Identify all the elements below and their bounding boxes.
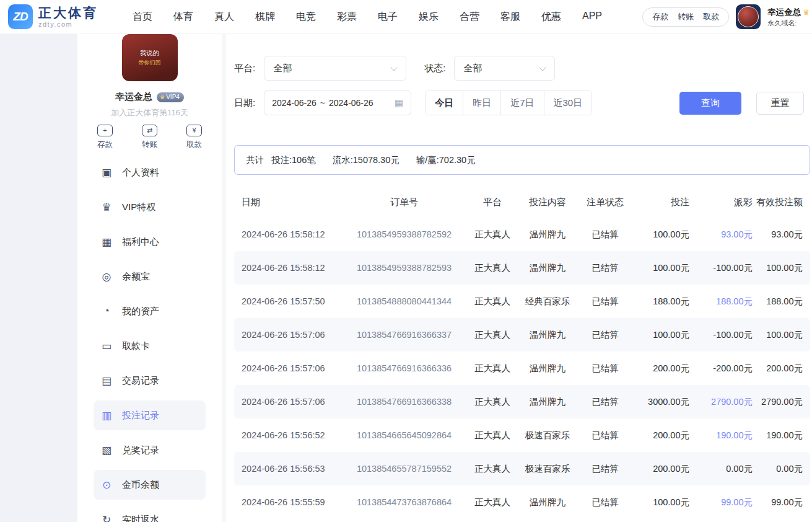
quick-action-label: 转账 [142,139,157,150]
cell-bet: 200.00元 [632,463,689,475]
filter-row-2: 日期: 2024-06-26~2024-06-26 ▦ 今日昨日近7日近30日 … [234,91,810,115]
calendar-icon[interactable]: ▦ [395,97,403,108]
status-select[interactable]: 全部 [454,56,555,81]
nav-item-12[interactable]: APP [582,11,602,24]
sidebar-item-4[interactable]: ◎余额宝 [94,262,206,291]
cell-bet: 100.00元 [632,329,689,341]
quick-action-1[interactable]: +存款 [97,125,113,150]
cell-payout: 99.00元 [689,497,753,508]
avatar-caption: 带你们回 [139,59,161,67]
nav-item-1[interactable]: 首页 [133,11,152,24]
user-avatar-small [738,6,759,27]
cell-payout: -100.00元 [689,262,753,274]
sidebar-item-8[interactable]: ▥投注记录 [94,400,206,430]
cell-valid: 93.00元 [753,229,810,241]
cell-order: 1013854766916366338 [341,397,468,407]
nav-item-2[interactable]: 体育 [173,11,193,24]
cell-order: 1013854766916366337 [341,330,468,340]
cell-content: 温州牌九 [517,497,578,508]
nav-item-5[interactable]: 电竞 [296,11,316,24]
sidebar-item-11[interactable]: ↻实时返水 [94,505,206,522]
sidebar-item-label: 我的资产 [122,306,159,317]
nav-item-8[interactable]: 娱乐 [419,11,439,24]
topbar-avatar[interactable] [736,4,761,29]
cell-platform: 正大真人 [468,363,517,374]
sidebar-item-1[interactable]: ▣个人资料 [94,157,206,187]
cell-valid: 200.00元 [753,363,810,374]
table-row: 2024-06-26 15:56:531013854655787159552正大… [234,452,810,485]
cell-status: 已结算 [578,463,632,475]
quick-action-2[interactable]: ⇄转账 [142,125,157,150]
sidebar-item-3[interactable]: ▦福利中心 [94,227,206,257]
sidebar-item-label: 余额宝 [122,271,150,283]
sidebar-item-label: 金币余额 [122,479,159,491]
quick-action-label: 存款 [97,139,113,150]
reset-button[interactable]: 重置 [756,92,804,115]
transfer-icon: ⇄ [142,125,157,136]
nav-item-9[interactable]: 合营 [460,11,479,24]
sidebar-item-2[interactable]: ♛VIP特权 [94,192,206,222]
nav-item-6[interactable]: 彩票 [337,11,357,24]
sidebar-item-6[interactable]: ▭取款卡 [94,331,206,361]
range-button-1[interactable]: 今日 [426,91,463,115]
cell-order: 1013854655787159552 [341,464,468,474]
user-avatar[interactable]: 我说的 带你们回 [122,34,178,81]
cell-date: 2024-06-26 15:56:52 [234,430,341,440]
topbar-user-name: 幸运金总 [767,7,801,17]
cell-platform: 正大真人 [468,329,517,341]
range-button-2[interactable]: 昨日 [463,91,500,115]
platform-filter-label: 平台: [234,63,255,74]
column-header-2: 订单号 [341,197,468,208]
cell-bet: 100.00元 [632,262,689,274]
date-separator: ~ [320,98,325,108]
sidebar-item-5[interactable]: ◔我的资产 [94,296,206,326]
cell-valid: 190.00元 [753,430,810,441]
nav-item-3[interactable]: 真人 [214,11,234,24]
quick-action-3[interactable]: ¥取款 [186,125,202,150]
brand-name: 正大体育 [38,6,98,20]
avatar-caption: 我说的 [141,49,159,58]
cell-payout: 0.00元 [689,463,753,475]
bank-card-icon: ▭ [100,340,113,353]
cell-date: 2024-06-26 15:57:50 [234,296,341,306]
range-button-4[interactable]: 近30日 [544,91,592,115]
cell-platform: 正大真人 [468,463,517,475]
cell-payout: 190.00元 [689,430,753,441]
search-button[interactable]: 查询 [679,92,741,115]
nav-item-4[interactable]: 棋牌 [255,11,275,24]
gold-balance-icon: ⊙ [100,479,113,492]
cell-platform: 正大真人 [468,430,517,441]
nav-item-7[interactable]: 电子 [378,11,398,24]
profile-icon: ▣ [100,166,113,179]
cell-valid: 0.00元 [753,463,810,475]
cell-status: 已结算 [578,262,632,274]
sidebar-item-label: 福利中心 [122,236,159,248]
brand-logo[interactable]: ZD 正大体育 zdty.com [8,4,98,29]
sidebar-item-label: VIP特权 [122,201,155,213]
cell-date: 2024-06-26 15:58:12 [234,229,341,239]
platform-select[interactable]: 全部 [264,56,406,81]
cell-valid: 2790.00元 [753,396,810,408]
cell-order: 1013854766916366336 [341,363,468,373]
wallet-action-3[interactable]: 取款 [703,11,719,22]
nav-item-10[interactable]: 客服 [500,11,520,24]
sidebar-item-label: 实时返水 [122,514,159,522]
cell-payout: -200.00元 [689,363,753,374]
range-button-3[interactable]: 近7日 [500,91,543,115]
topbar-right: 存款转账取款 幸运金总♛ 永久域名: [642,4,812,29]
sidebar-item-10[interactable]: ⊙金币余额 [94,470,206,500]
sidebar-user-name: 幸运金总 [115,91,152,103]
date-end: 2024-06-26 [329,98,373,108]
sidebar-item-7[interactable]: ▤交易记录 [94,366,206,396]
cell-payout: 93.00元 [689,229,753,241]
cell-status: 已结算 [578,363,632,374]
nav-item-11[interactable]: 优惠 [541,11,561,24]
cell-content: 温州牌九 [517,229,578,241]
wallet-action-2[interactable]: 转账 [678,11,694,22]
date-range-input[interactable]: 2024-06-26~2024-06-26 ▦ [264,91,411,115]
summary-bar: 共计 投注:106笔 流水:15078.30元 输/赢:702.30元 [234,145,810,175]
cell-date: 2024-06-26 15:58:12 [234,263,341,273]
gift-icon: ▦ [100,236,113,249]
sidebar-item-9[interactable]: ▧兑奖记录 [94,435,206,465]
wallet-action-1[interactable]: 存款 [652,11,668,22]
